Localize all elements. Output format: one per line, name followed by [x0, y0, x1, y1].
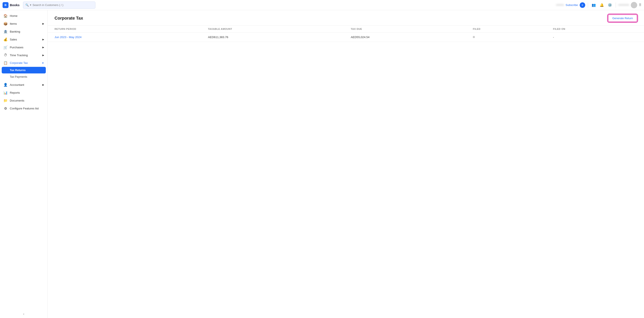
- notifications-icon[interactable]: 🔔: [599, 2, 605, 8]
- time-tracking-chevron: ▶: [42, 54, 44, 57]
- configure-icon: ⚙: [4, 106, 8, 110]
- col-filed: FILED: [466, 25, 546, 32]
- sidebar-item-time-tracking[interactable]: ⏱ Time Tracking ▶: [0, 51, 48, 59]
- sidebar-label-purchases: Purchases: [10, 46, 24, 49]
- banking-icon: 🏦: [4, 29, 8, 34]
- col-filed-on: FILED ON: [546, 25, 644, 32]
- sidebar-nav: 🏠 Home 📦 Items ▶ 🏦 Banking 💰 Sales ▶ 🛒 P…: [0, 10, 48, 310]
- cell-return-period[interactable]: Jun 2023 - May 2024: [48, 32, 201, 42]
- search-dropdown[interactable]: ▾: [30, 3, 31, 6]
- sidebar-label-reports: Reports: [10, 91, 20, 94]
- accountant-chevron: ▶: [42, 83, 44, 86]
- generate-return-button[interactable]: Generate Return: [608, 14, 637, 22]
- navbar-right: •••••••• Subscribe + 👥 🔔 ⚙️ ••••••••••••…: [556, 2, 642, 8]
- navbar: B Books 🔍 ▾ •••••••• Subscribe + 👥 🔔 ⚙️ …: [0, 0, 644, 10]
- sidebar-sub-item-tax-returns[interactable]: Tax Returns: [2, 67, 46, 73]
- add-button[interactable]: +: [580, 2, 585, 8]
- sidebar-collapse-button[interactable]: ‹: [0, 310, 48, 318]
- page-header: Corporate Tax Generate Return: [48, 10, 644, 25]
- search-input[interactable]: [32, 3, 93, 6]
- accountant-icon: 👤: [4, 83, 8, 87]
- blurred-label: ••••••••: [556, 3, 564, 6]
- settings-icon[interactable]: ⚙️: [607, 2, 613, 8]
- sidebar-item-items[interactable]: 📦 Items ▶: [0, 20, 48, 28]
- sidebar-label-banking: Banking: [10, 30, 20, 33]
- purchases-icon: 🛒: [4, 45, 8, 49]
- sidebar-item-reports[interactable]: 📊 Reports: [0, 89, 48, 97]
- corporate-tax-icon: 📋: [4, 61, 8, 65]
- home-icon: 🏠: [4, 14, 8, 18]
- sales-icon: 💰: [4, 37, 8, 41]
- divider: [588, 2, 588, 8]
- sales-chevron: ▶: [42, 38, 44, 41]
- table-header: RETURN PERIOD TAXABLE AMOUNT TAX DUE FIL…: [48, 25, 644, 32]
- corporate-tax-table: RETURN PERIOD TAXABLE AMOUNT TAX DUE FIL…: [48, 25, 644, 42]
- username-label: ••••••••••••: [618, 3, 629, 6]
- sidebar-item-corporate-tax[interactable]: 📋 Corporate Tax ▼: [0, 59, 48, 67]
- sidebar-item-sales[interactable]: 💰 Sales ▶: [0, 35, 48, 43]
- sidebar-sub-item-tax-payments[interactable]: Tax Payments: [0, 73, 48, 80]
- brand-name: Books: [10, 3, 20, 7]
- items-icon: 📦: [4, 22, 8, 26]
- brand-logo[interactable]: B Books: [2, 2, 21, 8]
- cell-filed-on: -: [546, 32, 644, 42]
- app-body: 🏠 Home 📦 Items ▶ 🏦 Banking 💰 Sales ▶ 🛒 P…: [0, 10, 644, 318]
- col-tax-due: TAX DUE: [344, 25, 466, 32]
- cell-tax-due: AED55,024.54: [344, 32, 466, 42]
- brand-icon: B: [2, 2, 8, 8]
- corporate-tax-chevron: ▼: [42, 62, 44, 64]
- col-return-period: RETURN PERIOD: [48, 25, 201, 32]
- grid-icon[interactable]: ⠿: [639, 3, 642, 7]
- corporate-tax-submenu: Tax Returns Tax Payments: [0, 67, 48, 81]
- cell-taxable-amount: AED611,383.76: [201, 32, 344, 42]
- tax-payments-label: Tax Payments: [10, 75, 27, 78]
- documents-icon: 📁: [4, 99, 8, 103]
- col-taxable-amount: TAXABLE AMOUNT: [201, 25, 344, 32]
- sidebar-item-documents[interactable]: 📁 Documents: [0, 97, 48, 104]
- purchases-chevron: ▶: [42, 46, 44, 49]
- table-row: Jun 2023 - May 2024 AED611,383.76 AED55,…: [48, 32, 644, 42]
- time-tracking-icon: ⏱: [4, 53, 8, 57]
- avatar[interactable]: [631, 2, 637, 8]
- filed-status-dot: [473, 36, 475, 38]
- items-chevron: ▶: [42, 22, 44, 25]
- table-body: Jun 2023 - May 2024 AED611,383.76 AED55,…: [48, 32, 644, 42]
- return-period-link[interactable]: Jun 2023 - May 2024: [54, 35, 82, 39]
- sidebar: 🏠 Home 📦 Items ▶ 🏦 Banking 💰 Sales ▶ 🛒 P…: [0, 10, 48, 318]
- tax-returns-label: Tax Returns: [10, 68, 26, 72]
- search-filter-icon: 🔍: [25, 3, 29, 6]
- sidebar-item-accountant[interactable]: 👤 Accountant ▶: [0, 81, 48, 89]
- sidebar-label-corporate-tax: Corporate Tax: [10, 61, 28, 64]
- sidebar-label-accountant: Accountant: [10, 83, 24, 86]
- page-title: Corporate Tax: [54, 16, 83, 21]
- sidebar-label-time-tracking: Time Tracking: [10, 54, 28, 57]
- collapse-icon: ‹: [23, 312, 24, 316]
- reports-icon: 📊: [4, 91, 8, 95]
- main-content: Corporate Tax Generate Return RETURN PER…: [48, 10, 644, 318]
- divider2: [616, 2, 616, 8]
- sidebar-label-items: Items: [10, 22, 17, 25]
- sidebar-label-documents: Documents: [10, 99, 24, 102]
- search-bar[interactable]: 🔍 ▾: [23, 1, 96, 9]
- sidebar-item-home[interactable]: 🏠 Home: [0, 12, 48, 20]
- sidebar-label-sales: Sales: [10, 38, 17, 41]
- sidebar-item-purchases[interactable]: 🛒 Purchases ▶: [0, 43, 48, 51]
- sidebar-item-configure[interactable]: ⚙ Configure Features list: [0, 104, 48, 112]
- sidebar-item-banking[interactable]: 🏦 Banking: [0, 28, 48, 35]
- sidebar-label-configure: Configure Features list: [10, 107, 39, 110]
- sidebar-label-home: Home: [10, 14, 18, 17]
- cell-filed: [466, 32, 546, 42]
- subscribe-button[interactable]: Subscribe: [566, 3, 578, 6]
- users-icon[interactable]: 👥: [590, 2, 597, 8]
